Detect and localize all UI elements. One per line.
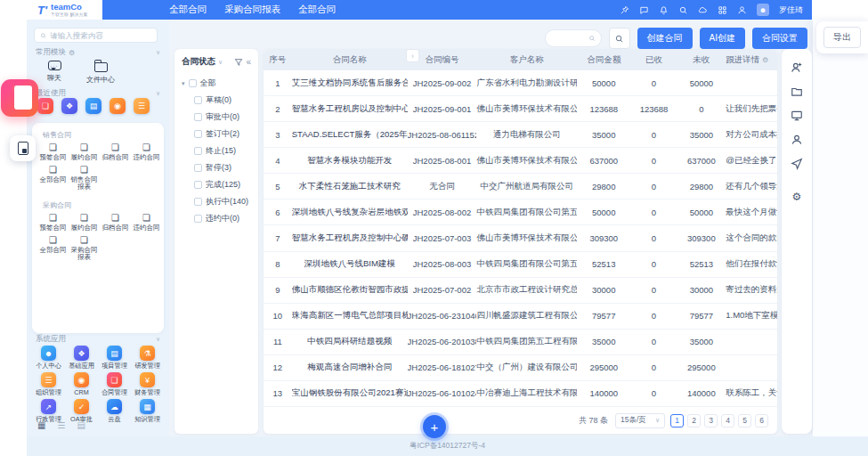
tree-node-status[interactable]: 草稿(0) xyxy=(182,92,253,109)
header-nav-item[interactable]: 采购合同报表 xyxy=(224,4,280,16)
checkbox[interactable] xyxy=(194,198,202,206)
recent-app-icon[interactable]: ▤ xyxy=(85,98,101,114)
contract-shortcut[interactable]: ❏ 采购合同报表 xyxy=(69,236,100,262)
tree-node-status[interactable]: 终止(15) xyxy=(182,142,253,159)
folder-icon[interactable] xyxy=(791,86,803,98)
recent-app-icon[interactable]: ◉ xyxy=(110,98,126,114)
gear-icon[interactable]: ⚙ xyxy=(69,49,75,57)
apps-grid-icon[interactable] xyxy=(718,5,727,15)
checkbox[interactable] xyxy=(194,130,202,138)
tree-node-status[interactable]: 签订中(2) xyxy=(182,126,253,142)
page-number-button[interactable]: 5 xyxy=(738,414,751,428)
tree-node-status[interactable]: 暂停(3) xyxy=(182,159,253,176)
floating-document-shortcut-icon[interactable] xyxy=(10,135,36,161)
message-icon[interactable] xyxy=(639,5,649,15)
tree-node-all[interactable]: ▾ 全部 xyxy=(182,75,253,92)
contract-shortcut[interactable]: ❏ 履约合同 xyxy=(69,214,100,232)
brand-logo[interactable]: T' teamCo 千软互联 解决方案 xyxy=(27,0,102,20)
filter-title[interactable]: 合同状态 xyxy=(182,56,215,68)
section-system-apps[interactable]: 系统应用 ∨ xyxy=(27,333,169,346)
checkbox[interactable] xyxy=(194,181,202,189)
contract-shortcut[interactable]: ❏ 全部合同 xyxy=(37,236,69,262)
cloud-icon[interactable] xyxy=(698,5,708,15)
page-number-button[interactable]: 3 xyxy=(704,414,718,428)
search-icon[interactable] xyxy=(678,5,688,15)
system-app[interactable]: ☁ 云盘 xyxy=(98,399,131,424)
bell-icon[interactable] xyxy=(659,5,669,15)
table-row[interactable]: 13 宝山钢铁股份有限公司2021赛迪上... JH2025-06-101024… xyxy=(264,381,777,407)
system-app[interactable]: ☻ 个人中心 xyxy=(32,346,65,370)
gear-icon[interactable]: ⚙ xyxy=(762,56,768,64)
pin-icon[interactable] xyxy=(620,5,629,15)
contract-shortcut[interactable]: ❏ 违约合同 xyxy=(131,214,162,232)
col-header-name[interactable]: 合同名称 xyxy=(292,54,408,66)
page-number-button[interactable]: 4 xyxy=(721,414,734,428)
table-row[interactable]: 9 佛山市顺德区伦教街智园市政提升... JH2025-07-002 北京市市政… xyxy=(264,278,777,304)
tree-node-status[interactable]: 执行中(140) xyxy=(182,193,253,210)
table-row[interactable]: 4 智慧水务模块功能开发 JH2025-08-001 佛山市美博环保技术有限公司… xyxy=(264,148,777,174)
tree-node-status[interactable]: 审批中(0) xyxy=(182,109,253,126)
contacts-icon[interactable] xyxy=(737,5,747,15)
col-header-index[interactable]: 序号 xyxy=(264,54,292,66)
page-number-button[interactable]: 6 xyxy=(755,414,768,428)
floating-contract-app-icon[interactable] xyxy=(1,79,38,117)
export-button[interactable]: 导出 xyxy=(823,27,861,48)
collapse-panel-icon[interactable]: « xyxy=(246,58,251,67)
table-row[interactable]: 10 珠海高新区一博电气总部项目栋建B... JH2025-06-231040 … xyxy=(264,304,777,330)
system-app[interactable]: ¥ 财务管理 xyxy=(131,372,164,397)
tree-node-status[interactable]: 完成(125) xyxy=(182,176,253,193)
section-common-modules[interactable]: 常用模块 ⚙ ∨ xyxy=(27,46,169,59)
page-number-button[interactable]: 1 xyxy=(670,414,684,428)
floating-add-button[interactable]: + xyxy=(423,415,446,438)
table-row[interactable]: 6 深圳地铁八号线复杂岩层地铁双模... JH2025-08-002 中铁四局集… xyxy=(264,200,777,225)
monitor-icon[interactable] xyxy=(791,110,803,122)
user-name[interactable]: 罗佳琦 xyxy=(779,4,803,16)
col-header-amount[interactable]: 合同金额 xyxy=(577,54,631,66)
chevron-down-icon[interactable]: ∨ xyxy=(156,336,160,343)
contract-shortcut[interactable]: ❏ 违约合同 xyxy=(131,143,162,162)
add-contact-icon[interactable] xyxy=(791,61,803,74)
recent-app-icon[interactable]: ❖ xyxy=(61,98,77,114)
quick-search-input[interactable] xyxy=(545,29,602,47)
checkbox[interactable] xyxy=(194,96,202,104)
funnel-filter-icon[interactable] xyxy=(234,58,243,67)
user-avatar[interactable]: ☻ xyxy=(757,4,769,16)
chevron-down-icon[interactable]: ∨ xyxy=(156,90,160,97)
col-header-followup[interactable]: 跟进详情 ⚙ xyxy=(726,54,777,66)
col-header-customer[interactable]: 客户名称 xyxy=(476,54,577,66)
recent-app-icon[interactable]: ☰ xyxy=(134,98,150,114)
col-header-unreceived[interactable]: 未收 xyxy=(677,54,726,66)
checkbox[interactable] xyxy=(194,215,202,223)
tree-caret-icon[interactable]: ▾ xyxy=(182,80,185,87)
contract-settings-button[interactable]: 合同设置 xyxy=(752,28,807,49)
chevron-down-icon[interactable]: ∨ xyxy=(156,49,160,56)
header-nav-item[interactable]: 全部合同 xyxy=(169,4,207,16)
table-row[interactable]: 11 中铁四局科研结题视频 JH2025-06-201038 中铁四局集团第五工… xyxy=(264,330,777,355)
table-row[interactable]: 7 智慧水务工程机房及控制中心硬件... JH2025-07-003 佛山市美博… xyxy=(264,225,777,251)
table-row[interactable]: 3 STAAD.SELECT服务（2025年9月1... JH2025-08-0… xyxy=(264,122,777,148)
checkbox[interactable] xyxy=(189,79,197,87)
contract-shortcut[interactable]: ❏ 销售合同报表 xyxy=(69,166,100,191)
menu-view-icon[interactable]: ☰ xyxy=(57,420,65,430)
recent-app-icon[interactable]: ❏ xyxy=(37,98,53,114)
chevron-down-icon[interactable]: ∨ xyxy=(218,59,223,66)
grid-view-icon[interactable]: ▦ xyxy=(37,420,45,430)
system-app[interactable]: ☰ 组织管理 xyxy=(32,372,65,397)
contract-shortcut[interactable]: ❏ 预签合同 xyxy=(37,214,69,232)
system-app[interactable]: ▤ 项目管理 xyxy=(98,346,131,370)
list-view-icon[interactable]: ▤ xyxy=(77,420,85,430)
header-nav-item[interactable]: 全部合同 xyxy=(298,4,336,16)
table-row[interactable]: 2 智慧水务工程机房以及控制中心项目 JH2025-09-001 佛山市美博环保… xyxy=(264,96,777,122)
table-row[interactable]: 8 深圳地铁八号线BIM建模 JH2025-08-003 中铁四局集团有限公司第… xyxy=(264,252,777,278)
table-row[interactable]: 1 艾三维文档协同系统售后服务合同 JH2025-09-002 广东省水利电力勘… xyxy=(264,70,777,96)
tree-node-status[interactable]: 违约中(0) xyxy=(182,210,253,227)
checkbox[interactable] xyxy=(194,147,202,155)
contract-shortcut[interactable]: ❏ 全部合同 xyxy=(37,166,69,191)
create-contract-button[interactable]: 创建合同 xyxy=(637,28,693,49)
system-app[interactable]: ❏ 合同管理 xyxy=(98,372,131,397)
sidebar-search[interactable] xyxy=(34,28,158,43)
checkbox[interactable] xyxy=(194,113,202,121)
ai-create-button[interactable]: AI创建 xyxy=(700,28,745,49)
system-app[interactable]: ❖ 基础应用 xyxy=(65,346,98,370)
system-app[interactable]: ⚗ 研发管理 xyxy=(131,346,164,370)
